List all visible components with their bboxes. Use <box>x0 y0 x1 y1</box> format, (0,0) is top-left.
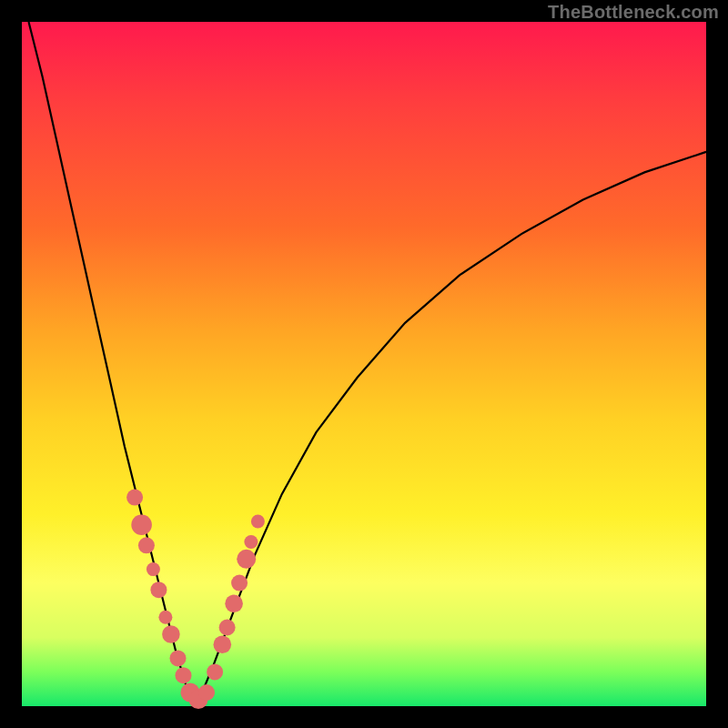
sample-marker <box>176 667 192 683</box>
sample-marker <box>198 684 215 701</box>
sample-marker <box>207 663 223 680</box>
sample-marker <box>170 650 187 666</box>
curve-right-branch <box>197 152 706 706</box>
sample-marker <box>244 535 258 549</box>
sample-marker <box>219 620 236 636</box>
sample-marker <box>138 537 155 553</box>
curve-left-branch <box>29 22 197 706</box>
sample-marker <box>158 611 172 624</box>
plot-area <box>22 22 706 706</box>
sample-marker <box>162 625 180 643</box>
sample-marker <box>147 562 160 576</box>
watermark-text: TheBottleneck.com <box>548 2 719 23</box>
sample-marker <box>251 515 265 529</box>
sample-marker <box>214 636 232 654</box>
sample-marker <box>131 514 152 535</box>
outer-frame: TheBottleneck.com <box>0 0 728 728</box>
sample-marker <box>231 575 248 592</box>
sample-marker <box>237 550 256 569</box>
chart-svg <box>22 22 706 706</box>
sample-marker <box>225 594 243 612</box>
sample-marker <box>150 581 167 598</box>
sample-marker <box>126 490 143 506</box>
sample-markers <box>126 490 265 709</box>
